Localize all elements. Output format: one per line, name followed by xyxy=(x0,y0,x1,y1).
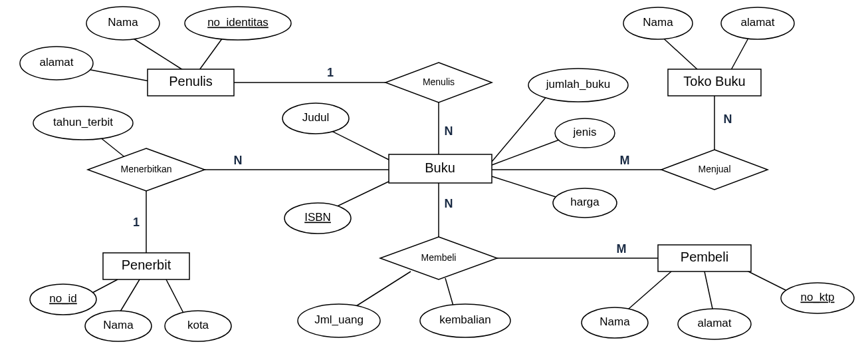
card-menulis-penulis: 1 xyxy=(327,66,334,79)
relationship-menulis: Menulis xyxy=(385,63,492,102)
attr-toko-nama-label: Nama xyxy=(643,16,673,29)
attr-pembeli-noktp: no_ktp xyxy=(781,283,854,313)
entity-penulis-label: Penulis xyxy=(169,74,213,88)
relationship-membeli-label: Membeli xyxy=(421,252,457,263)
entity-penerbit-label: Penerbit xyxy=(122,258,171,272)
attr-pembeli-alamat: alamat xyxy=(678,309,751,339)
relationship-menjual: Menjual xyxy=(661,150,768,190)
attr-buku-harga-label: harga xyxy=(570,196,599,208)
attr-tahun-terbit-label: tahun_terbit xyxy=(53,116,113,128)
card-menulis-buku: N xyxy=(445,124,453,138)
attr-penerbit-kota: kota xyxy=(165,311,231,341)
attr-buku-isbn-label: ISBN xyxy=(304,211,331,224)
attr-penulis-nama: Nama xyxy=(86,7,160,40)
attr-pembeli-alamat-label: alamat xyxy=(697,317,731,329)
card-menjual-toko: N xyxy=(724,112,732,126)
attr-buku-harga: harga xyxy=(553,188,617,218)
attr-penerbit-kota-label: kota xyxy=(187,319,209,331)
attr-penulis-noidentitas: no_identitas xyxy=(185,7,291,40)
relationship-membeli: Membeli xyxy=(380,237,497,279)
entity-penerbit: Penerbit xyxy=(103,253,189,279)
attr-penerbit-nama: Nama xyxy=(85,311,152,341)
attr-buku-judul-label: Judul xyxy=(302,111,330,124)
attr-pembeli-noktp-label: no_ktp xyxy=(800,291,834,303)
entity-buku: Buku xyxy=(389,154,492,183)
attr-toko-alamat-label: alamat xyxy=(740,16,774,29)
entity-toko-buku-label: Toko Buku xyxy=(683,74,745,88)
relationship-menulis-label: Menulis xyxy=(423,77,455,87)
attr-buku-jumlah-label: jumlah_buku xyxy=(546,78,610,90)
relationship-menerbitkan-label: Menerbitkan xyxy=(120,164,171,174)
attr-buku-jenis: jenis xyxy=(555,118,615,148)
card-menerbitkan-penerbit: 1 xyxy=(133,216,140,229)
entity-penulis: Penulis xyxy=(148,69,234,96)
attr-buku-judul: Judul xyxy=(282,103,349,134)
card-membeli-pembeli: M xyxy=(617,242,627,256)
edge-buku-jenis xyxy=(492,136,568,165)
attr-tahun-terbit: tahun_terbit xyxy=(33,106,133,140)
card-menjual-buku: M xyxy=(620,154,630,167)
attr-buku-jumlah: jumlah_buku xyxy=(528,69,628,102)
attr-penerbit-noid: no_id xyxy=(30,284,96,315)
attr-membeli-kembalian-label: kembalian xyxy=(439,313,491,326)
entity-pembeli-label: Pembeli xyxy=(681,250,728,264)
attr-penerbit-noid-label: no_id xyxy=(49,292,77,305)
relationship-menjual-label: Menjual xyxy=(698,164,730,174)
attr-toko-alamat: alamat xyxy=(721,7,794,39)
attr-buku-isbn: ISBN xyxy=(284,203,351,234)
entity-buku-label: Buku xyxy=(425,160,455,175)
attr-penulis-alamat-label: alamat xyxy=(39,56,73,69)
attr-penulis-noidentitas-label: no_identitas xyxy=(207,16,269,29)
attr-toko-nama: Nama xyxy=(623,7,693,39)
attr-penerbit-nama-label: Nama xyxy=(103,319,134,331)
attr-membeli-jmluang-label: Jml_uang xyxy=(314,313,364,326)
entity-pembeli: Pembeli xyxy=(658,245,751,271)
card-membeli-buku: N xyxy=(445,197,453,210)
attr-membeli-kembalian: kembalian xyxy=(420,304,510,337)
entity-toko-buku: Toko Buku xyxy=(668,69,761,96)
relationship-menerbitkan: Menerbitkan xyxy=(88,148,205,191)
attr-pembeli-nama: Nama xyxy=(582,307,648,338)
attr-penulis-alamat: alamat xyxy=(20,47,93,80)
attr-pembeli-nama-label: Nama xyxy=(599,315,630,328)
attr-penulis-nama-label: Nama xyxy=(108,16,138,29)
attr-membeli-jmluang: Jml_uang xyxy=(298,304,380,337)
attr-buku-jenis-label: jenis xyxy=(573,126,597,138)
card-menerbitkan-buku: N xyxy=(234,154,243,167)
